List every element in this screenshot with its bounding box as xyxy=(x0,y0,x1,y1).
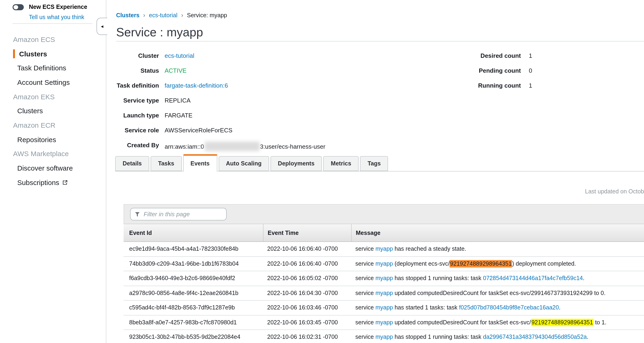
text-segment: updated computedDesiredCount for taskSet… xyxy=(393,290,606,296)
text-segment: arn:aws:iam::0 xyxy=(164,143,204,150)
count-label: Running count xyxy=(438,82,521,89)
event-row: ec9e1d94-9aca-45b4-a4a1-7823030fe84b2022… xyxy=(124,242,644,257)
nav-section-header-amazon-ecr: Amazon ECR xyxy=(0,118,106,132)
detail-label: Service role xyxy=(116,127,159,134)
service-link[interactable]: myapp xyxy=(376,261,393,267)
filter-input[interactable] xyxy=(143,210,222,218)
sidebar: New ECS Experience Tell us what you thin… xyxy=(0,0,106,343)
event-id-cell: 923b05c1-30b2-47bb-b535-9d2be22084e4 xyxy=(124,330,263,343)
filter-funnel-icon xyxy=(135,211,140,217)
service-link[interactable]: myapp xyxy=(376,334,393,341)
nav-section-header-aws-marketplace: AWS Marketplace xyxy=(0,147,106,161)
feedback-link[interactable]: Tell us what you think xyxy=(29,14,84,20)
sidebar-item-label: Subscriptions xyxy=(17,178,59,186)
task-link[interactable]: f025d07bd780454b9f8e7cebac16aa20 xyxy=(459,305,559,311)
sidebar-item-amazon-ecr-repositories[interactable]: Repositories xyxy=(0,132,106,147)
event-time-cell: 2022-10-06 16:03:46 -0700 xyxy=(263,301,351,315)
service-link[interactable]: myapp xyxy=(376,246,393,252)
tab-tags[interactable]: Tags xyxy=(360,156,388,171)
text-segment: . xyxy=(559,305,560,311)
sidebar-collapse-button[interactable]: ◀ xyxy=(96,18,107,35)
sidebar-nav: Amazon ECSClustersTask DefinitionsAccoun… xyxy=(0,32,106,189)
text-segment: 3:user/ecs-harness-user xyxy=(260,143,325,150)
event-time-cell: 2022-10-06 16:03:45 -0700 xyxy=(263,315,351,330)
detail-row-task-definition: Task definitionfargate-task-definition:6 xyxy=(116,82,228,89)
event-message-cell: service myapp updated computedDesiredCou… xyxy=(351,315,644,330)
service-link[interactable]: myapp xyxy=(376,305,393,311)
collapse-arrow-icon: ◀ xyxy=(101,25,104,28)
detail-value: REPLICA xyxy=(164,97,190,104)
detail-value: ACTIVE xyxy=(164,67,186,74)
detail-value: AWSServiceRoleForECS xyxy=(164,127,232,134)
service-link[interactable]: myapp xyxy=(376,290,393,296)
sidebar-item-aws-marketplace-discover-software[interactable]: Discover software xyxy=(0,161,106,175)
breadcrumb-clusters[interactable]: Clusters xyxy=(116,12,140,19)
tab-tasks[interactable]: Tasks xyxy=(150,156,182,171)
tab-bar: DetailsTasksEventsAuto ScalingDeployment… xyxy=(115,157,644,171)
detail-row-launch-type: Launch typeFARGATE xyxy=(116,112,192,119)
text-segment: updated computedDesiredCount for taskSet… xyxy=(393,319,531,326)
task-link[interactable]: da29967431a3483794304d56d850a52a xyxy=(483,334,587,341)
service-link[interactable]: myapp xyxy=(376,319,393,326)
breadcrumb-separator-icon: › xyxy=(140,12,149,19)
column-header-event-time[interactable]: Event Time xyxy=(263,224,351,241)
external-link-icon xyxy=(62,180,68,185)
task-definition-link[interactable]: fargate-task-definition:6 xyxy=(164,82,228,89)
sidebar-item-label: Discover software xyxy=(17,164,73,172)
event-message-cell: service myapp has stopped 1 running task… xyxy=(351,330,644,343)
events-toolbar xyxy=(124,204,644,224)
cluster-link[interactable]: ecs-tutorial xyxy=(164,52,194,59)
sidebar-item-label: Clusters xyxy=(17,107,43,115)
events-panel: Event IdEvent TimeMessage ec9e1d94-9aca-… xyxy=(124,204,644,343)
tab-metrics[interactable]: Metrics xyxy=(324,156,359,171)
event-message-cell: service myapp has reached a steady state… xyxy=(351,242,644,256)
sidebar-item-amazon-ecs-task-definitions[interactable]: Task Definitions xyxy=(0,61,106,75)
detail-row-created-by: Created Byarn:aws:iam::03:user/ecs-harne… xyxy=(116,142,325,151)
filter-box[interactable] xyxy=(130,208,227,220)
breadcrumb: Clusters›ecs-tutorial›Service: myapp xyxy=(116,12,227,19)
text-segment: service xyxy=(355,290,376,296)
event-row: c595ad4c-bf4f-482b-8563-7df9c1287e9b2022… xyxy=(124,301,644,315)
tab-deployments[interactable]: Deployments xyxy=(270,156,322,171)
detail-row-service-role: Service roleAWSServiceRoleForECS xyxy=(116,127,232,134)
sidebar-item-label: Task Definitions xyxy=(17,64,66,72)
active-indicator xyxy=(13,49,15,58)
sidebar-item-aws-marketplace-subscriptions[interactable]: Subscriptions xyxy=(0,175,106,189)
events-table-body: ec9e1d94-9aca-45b4-a4a1-7823030fe84b2022… xyxy=(124,242,644,343)
sidebar-item-amazon-ecs-clusters[interactable]: Clusters xyxy=(0,46,106,61)
detail-label: Launch type xyxy=(116,112,159,119)
event-id-cell: 8beb3a8f-a0e7-4257-983b-c7fc870980d1 xyxy=(124,315,263,330)
column-header-message[interactable]: Message xyxy=(351,224,644,241)
event-id-cell: a2978c90-0856-4a8e-9f4c-12eae260841b xyxy=(124,286,263,300)
detail-value: arn:aws:iam::03:user/ecs-harness-user xyxy=(164,142,325,151)
text-segment: has reached a steady state. xyxy=(393,246,466,252)
detail-label: Task definition xyxy=(116,82,159,89)
column-header-event-id[interactable]: Event Id xyxy=(124,224,263,241)
sidebar-divider xyxy=(12,23,92,24)
count-value: 1 xyxy=(529,82,532,89)
text-segment: ) deployment completed. xyxy=(512,261,576,267)
new-ecs-experience-toggle[interactable] xyxy=(12,4,24,10)
event-row: f6a9cdb3-9460-49e3-b2c6-98669e40fdf22022… xyxy=(124,271,644,286)
event-time-cell: 2022-10-06 16:04:30 -0700 xyxy=(263,286,351,300)
sidebar-item-amazon-ecs-account-settings[interactable]: Account Settings xyxy=(0,75,106,89)
toggle-knob-icon xyxy=(14,5,18,9)
sidebar-item-amazon-eks-clusters[interactable]: Clusters xyxy=(0,104,106,118)
tab-auto-scaling[interactable]: Auto Scaling xyxy=(218,156,269,171)
detail-label: Service type xyxy=(116,97,159,104)
ecs-console-page: New ECS Experience Tell us what you thin… xyxy=(0,0,644,343)
detail-label: Created By xyxy=(116,142,159,149)
tab-details[interactable]: Details xyxy=(115,156,149,171)
text-segment: service xyxy=(355,246,376,252)
sidebar-item-label: Repositories xyxy=(17,135,56,143)
service-link[interactable]: myapp xyxy=(376,275,393,282)
tab-events[interactable]: Events xyxy=(183,154,217,171)
count-row-pending-count: Pending count0 xyxy=(438,67,532,74)
text-segment: has started 1 tasks: task xyxy=(393,305,459,311)
event-message-cell: service myapp has stopped 1 running task… xyxy=(351,271,644,286)
detail-value: FARGATE xyxy=(164,112,192,119)
count-label: Pending count xyxy=(438,67,521,74)
breadcrumb-ecs-tutorial[interactable]: ecs-tutorial xyxy=(149,12,178,19)
task-link[interactable]: 072854d473144d46a17fa4c7efb59c14 xyxy=(483,275,583,282)
count-label: Desired count xyxy=(438,52,521,59)
